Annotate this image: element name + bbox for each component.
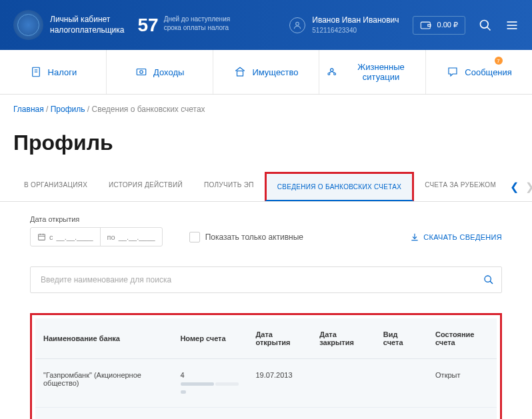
user-name: Иванов Иван Иванович	[312, 15, 399, 26]
svg-point-16	[334, 73, 336, 75]
nav-item-label: Имущество	[252, 67, 298, 77]
download-button[interactable]: СКАЧАТЬ СВЕДЕНИЯ	[410, 232, 502, 242]
calendar-icon	[37, 232, 46, 241]
svg-rect-11	[137, 69, 146, 75]
table-header-row: Наименование банка Номер счета Дата откр…	[35, 318, 497, 359]
svg-rect-19	[39, 234, 45, 240]
messages-icon	[446, 66, 459, 78]
table-row[interactable]: "Газпромбанк" (Акционерное общество) 4 1…	[35, 359, 497, 408]
cell-type	[375, 359, 427, 408]
search-icon[interactable]	[479, 19, 492, 32]
logo-section[interactable]: Личный кабинет налогоплательщика	[13, 10, 124, 40]
cell-status: Открыт	[427, 359, 497, 408]
nav-item-situations[interactable]: Жизненные ситуации	[319, 50, 426, 94]
tab-history[interactable]: ИСТОРИЯ ДЕЙСТВИЙ	[98, 172, 193, 201]
date-range: с __.__.____ по __.__.____	[30, 227, 163, 246]
app-header: Личный кабинет налогоплательщика 57 Дней…	[0, 0, 532, 50]
download-icon	[410, 232, 419, 242]
cell-status: Закрыт	[427, 408, 497, 420]
svg-line-25	[490, 281, 493, 284]
cell-account: 4	[172, 359, 247, 408]
cell-close-date	[311, 359, 375, 408]
cell-close-date: 24.04.2016	[311, 408, 375, 420]
tab-prev-icon[interactable]: ❮	[510, 181, 519, 193]
user-id: 512116423340	[312, 26, 399, 35]
fns-emblem-icon	[13, 10, 43, 40]
breadcrumb-current: Сведения о банковских счетах	[92, 105, 205, 114]
tab-foreign-accounts[interactable]: СЧЕТА ЗА РУБЕЖОМ	[414, 172, 507, 201]
cell-open-date: 16.12.2015	[248, 408, 312, 420]
cell-bank: АКЦИОНЕРНОЕ ОБЩЕСТВО "АЛЬФА-БАНК"	[35, 408, 172, 420]
breadcrumb-home[interactable]: Главная	[13, 105, 44, 114]
breadcrumb-profile[interactable]: Профиль	[51, 105, 85, 114]
cell-account: 4095	[172, 408, 247, 420]
nav-item-label: Сообщения	[465, 67, 512, 77]
property-icon	[233, 66, 247, 78]
only-active-checkbox[interactable]: Показать только активные	[189, 232, 303, 242]
menu-icon[interactable]	[505, 19, 519, 32]
tab-next-icon[interactable]: ❯	[525, 181, 532, 193]
nav-item-label: Налоги	[48, 67, 77, 77]
wallet-button[interactable]: 0.00 ₽	[413, 16, 465, 35]
svg-point-3	[481, 20, 489, 28]
filters: Дата открытия с __.__.____ по __.__.____…	[0, 202, 532, 256]
col-close-date: Дата закрытия	[311, 318, 375, 359]
nav-item-property[interactable]: Имущество	[213, 50, 320, 94]
accounts-table: Наименование банка Номер счета Дата откр…	[35, 318, 497, 419]
col-open-date: Дата открытия	[248, 318, 312, 359]
svg-point-12	[140, 71, 143, 74]
nav-item-label: Жизненные ситуации	[343, 62, 419, 82]
tabs: В ОРГАНИЗАЦИЯХ ИСТОРИЯ ДЕЙСТВИЙ ПОЛУЧИТЬ…	[13, 172, 507, 201]
checkbox-icon	[189, 232, 200, 242]
date-from-input[interactable]: с __.__.____	[31, 228, 101, 246]
svg-line-18	[332, 71, 335, 73]
document-icon	[29, 66, 43, 78]
svg-point-15	[328, 73, 330, 75]
col-type: Вид счета	[375, 318, 427, 359]
accounts-table-highlight: Наименование банка Номер счета Дата откр…	[30, 313, 502, 419]
tabs-container: В ОРГАНИЗАЦИЯХ ИСТОРИЯ ДЕЙСТВИЙ ПОЛУЧИТЬ…	[0, 172, 532, 202]
search-icon[interactable]	[483, 274, 494, 285]
wallet-icon	[420, 21, 432, 30]
breadcrumb: Главная / Профиль / Сведения о банковски…	[0, 95, 532, 124]
accounts-table-container: Наименование банка Номер счета Дата откр…	[35, 318, 497, 419]
notification-badge: 7	[495, 57, 503, 65]
nav-item-messages[interactable]: Сообщения 7	[426, 50, 532, 94]
table-row[interactable]: АКЦИОНЕРНОЕ ОБЩЕСТВО "АЛЬФА-БАНК" 4095 1…	[35, 408, 497, 420]
tab-bank-accounts[interactable]: СВЕДЕНИЯ О БАНКОВСКИХ СЧЕТАХ	[265, 172, 414, 201]
tab-scroll-arrows: ❮ ❯	[507, 181, 532, 193]
cell-bank: "Газпромбанк" (Акционерное общество)	[35, 359, 172, 408]
tab-get-ep[interactable]: ПОЛУЧИТЬ ЭП	[193, 172, 265, 201]
svg-point-14	[331, 69, 333, 71]
col-bank: Наименование банка	[35, 318, 172, 359]
user-section[interactable]: Иванов Иван Иванович 512116423340	[289, 15, 399, 35]
user-avatar-icon	[289, 17, 305, 33]
main-nav: Налоги Доходы Имущество Жизненные ситуац…	[0, 50, 532, 95]
col-account: Номер счета	[172, 318, 247, 359]
days-text: Дней до наступления срока оплаты налога	[164, 15, 231, 32]
nav-item-label: Доходы	[153, 67, 184, 77]
col-status: Состояние счета	[427, 318, 497, 359]
nav-item-taxes[interactable]: Налоги	[0, 50, 107, 94]
checkbox-label: Показать только активные	[205, 232, 303, 242]
cell-open-date: 19.07.2013	[248, 359, 312, 408]
svg-point-24	[485, 276, 491, 282]
svg-line-17	[329, 71, 332, 73]
search-container	[30, 266, 502, 293]
svg-rect-13	[237, 71, 243, 77]
search-input[interactable]	[30, 266, 502, 293]
tab-organizations[interactable]: В ОРГАНИЗАЦИЯХ	[13, 172, 98, 201]
date-filter-label: Дата открытия	[30, 215, 502, 223]
days-number: 57	[137, 15, 158, 36]
page-title: Профиль	[0, 124, 532, 172]
svg-rect-1	[421, 22, 430, 29]
site-title: Личный кабинет налогоплательщика	[50, 15, 124, 35]
user-info: Иванов Иван Иванович 512116423340	[312, 15, 399, 35]
svg-point-0	[296, 22, 299, 25]
days-countdown: 57 Дней до наступления срока оплаты нало…	[137, 15, 230, 36]
date-to-input[interactable]: по __.__.____	[101, 228, 162, 246]
cell-type: ТЕКУЩИЙ	[375, 408, 427, 420]
income-icon	[135, 66, 148, 78]
wallet-amount: 0.00 ₽	[437, 21, 458, 29]
nav-item-income[interactable]: Доходы	[107, 50, 213, 94]
